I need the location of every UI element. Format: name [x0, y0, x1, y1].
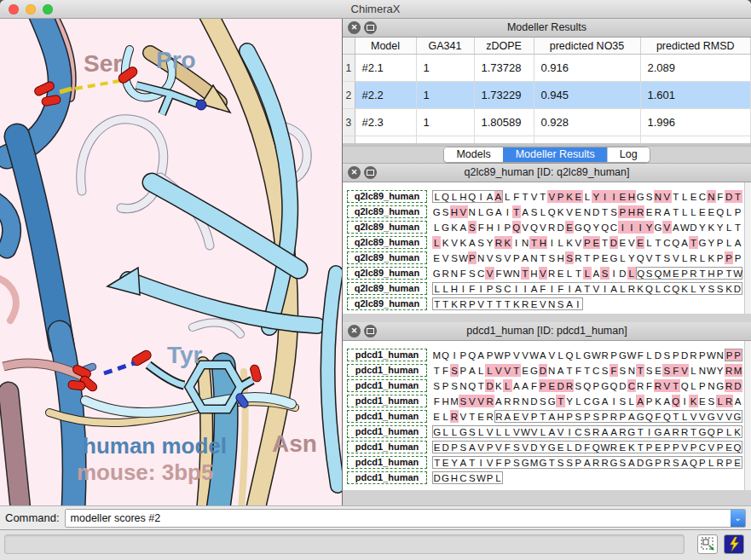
sequence-letters[interactable]: DGHCSWPL	[432, 471, 503, 484]
residue-cell[interactable]: P	[672, 441, 680, 453]
residue-cell[interactable]: T	[468, 456, 477, 469]
residue-cell[interactable]: P	[725, 251, 733, 264]
residue-cell[interactable]: V	[556, 425, 564, 438]
residue-cell[interactable]: P	[733, 349, 742, 361]
residue-cell[interactable]: D	[441, 441, 449, 453]
residue-cell[interactable]: E	[600, 251, 609, 264]
residue-cell[interactable]: Y	[716, 364, 725, 377]
residue-cell[interactable]: R	[609, 441, 618, 453]
residue-cell[interactable]: T	[583, 282, 592, 295]
residue-cell[interactable]: R	[459, 297, 467, 310]
residue-cell[interactable]: V	[539, 297, 547, 310]
residue-cell[interactable]: S	[529, 205, 538, 218]
residue-cell[interactable]: E	[432, 410, 441, 423]
residue-cell[interactable]: T	[654, 251, 662, 264]
residue-cell[interactable]: V	[644, 251, 653, 264]
residue-cell[interactable]: Q	[707, 425, 715, 438]
table-cell[interactable]: 0.928	[534, 109, 640, 136]
sequence-letters[interactable]: TFSPALLVVTEGDNATFTCSFSNTSESFVLNWYRM	[432, 364, 742, 377]
sequence-letters[interactable]: GRNFSCVFWNTHVRELTLASIDLQSQMEPRTHPTW	[432, 267, 742, 280]
residue-cell[interactable]: V	[485, 425, 494, 438]
residue-cell[interactable]: R	[521, 297, 529, 310]
residue-cell[interactable]: L	[450, 425, 459, 438]
residue-cell[interactable]: T	[432, 456, 441, 469]
residue-cell[interactable]: L	[689, 364, 697, 377]
residue-cell[interactable]: L	[725, 425, 733, 438]
residue-cell[interactable]: F	[539, 282, 547, 295]
residue-cell[interactable]: R	[627, 282, 636, 295]
residue-cell[interactable]: P	[503, 456, 511, 469]
residue-cell[interactable]: H	[450, 205, 459, 218]
residue-cell[interactable]: G	[521, 456, 529, 469]
residue-cell[interactable]: A	[733, 395, 742, 407]
residue-cell[interactable]: L	[583, 267, 592, 280]
residue-cell[interactable]: S	[450, 379, 459, 392]
residue-cell[interactable]: A	[662, 425, 671, 438]
residue-cell[interactable]: G	[707, 410, 715, 423]
residue-cell[interactable]: V	[672, 251, 680, 264]
residue-cell[interactable]: K	[733, 425, 742, 438]
residue-cell[interactable]: Q	[512, 221, 521, 234]
residue-cell[interactable]: L	[503, 190, 511, 203]
residue-cell[interactable]: R	[485, 410, 494, 423]
residue-cell[interactable]: L	[432, 236, 441, 249]
residue-cell[interactable]: P	[725, 349, 733, 361]
residue-cell[interactable]: A	[672, 221, 680, 234]
residue-cell[interactable]: P	[583, 410, 592, 423]
residue-cell[interactable]: G	[574, 221, 582, 234]
sequence-letters[interactable]: ELRVTERRAEVPTAHPSPSPRPAGQFQTLVVGVVG	[432, 410, 742, 423]
residue-cell[interactable]: T	[574, 267, 582, 280]
residue-cell[interactable]: S	[459, 441, 467, 453]
residue-cell[interactable]: T	[725, 267, 733, 280]
residue-cell[interactable]: S	[450, 251, 459, 264]
sequence-row-label[interactable]: q2lc89_human	[347, 282, 427, 295]
residue-cell[interactable]: P	[716, 251, 725, 264]
residue-cell[interactable]: Q	[644, 410, 653, 423]
residue-cell[interactable]: G	[547, 395, 556, 407]
residue-cell[interactable]: F	[644, 379, 653, 392]
residue-cell[interactable]: L	[565, 441, 574, 453]
residue-cell[interactable]: V	[521, 349, 529, 361]
residue-cell[interactable]: P	[716, 236, 725, 249]
residue-cell[interactable]: Q	[592, 441, 600, 453]
residue-cell[interactable]: M	[662, 267, 671, 280]
residue-cell[interactable]: V	[574, 236, 582, 249]
residue-cell[interactable]: S	[468, 425, 477, 438]
residue-cell[interactable]: S	[556, 297, 564, 310]
residue-cell[interactable]: K	[680, 282, 689, 295]
residue-cell[interactable]: S	[716, 282, 725, 295]
table-cell[interactable]: 0.945	[534, 82, 640, 109]
residue-cell[interactable]: N	[547, 364, 556, 377]
residue-cell[interactable]: Q	[565, 349, 574, 361]
residue-cell[interactable]: I	[600, 190, 609, 203]
residue-cell[interactable]: P	[512, 251, 521, 264]
table-cell[interactable]: 1.73229	[474, 82, 534, 109]
residue-cell[interactable]: V	[698, 410, 707, 423]
table-cell[interactable]: 0.916	[534, 55, 640, 82]
residue-cell[interactable]: L	[644, 236, 653, 249]
residue-cell[interactable]: S	[662, 349, 671, 361]
residue-cell[interactable]: H	[556, 410, 564, 423]
residue-cell[interactable]: V	[592, 282, 600, 295]
residue-cell[interactable]: R	[592, 425, 600, 438]
residue-cell[interactable]: Y	[565, 395, 574, 407]
residue-cell[interactable]: D	[485, 379, 494, 392]
residue-cell[interactable]: P	[485, 349, 494, 361]
residue-cell[interactable]: N	[547, 297, 556, 310]
residue-cell[interactable]: T	[672, 410, 680, 423]
residue-cell[interactable]: L	[644, 349, 653, 361]
residue-cell[interactable]: R	[485, 395, 494, 407]
residue-cell[interactable]: V	[716, 410, 725, 423]
residue-cell[interactable]: F	[512, 190, 521, 203]
residue-cell[interactable]: D	[636, 456, 644, 469]
residue-cell[interactable]: Q	[547, 205, 556, 218]
residue-cell[interactable]: R	[609, 410, 618, 423]
residue-cell[interactable]: L	[725, 221, 733, 234]
residue-cell[interactable]: A	[485, 190, 494, 203]
residue-cell[interactable]: C	[698, 441, 707, 453]
residue-cell[interactable]: I	[459, 282, 467, 295]
residue-cell[interactable]: C	[592, 364, 600, 377]
residue-cell[interactable]: T	[583, 251, 592, 264]
residue-cell[interactable]: F	[494, 456, 503, 469]
residue-cell[interactable]: N	[477, 251, 485, 264]
